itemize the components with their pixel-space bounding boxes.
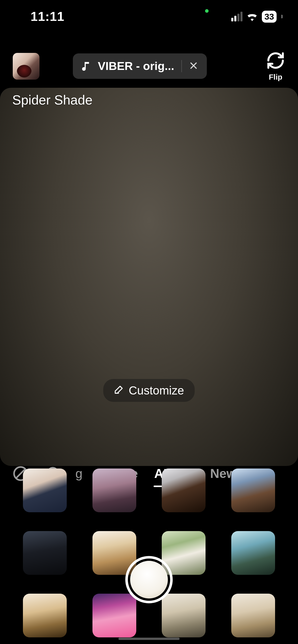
camera-indicator-dot (205, 9, 209, 13)
camera-viewport: Spider Shade Customize (0, 88, 298, 466)
effect-thumb[interactable] (162, 594, 206, 637)
effects-grid (0, 461, 298, 644)
effect-thumb[interactable] (162, 469, 206, 512)
music-divider (181, 60, 182, 72)
effect-thumb[interactable] (92, 594, 136, 637)
status-bar: 11:11 33 (0, 0, 298, 33)
flip-icon (266, 51, 285, 71)
effect-thumb[interactable] (92, 469, 136, 512)
battery-indicator: 33 (262, 11, 277, 23)
music-close-button[interactable] (189, 59, 198, 73)
cellular-signal-icon (231, 12, 242, 21)
music-pill[interactable]: VIBER - orig... (73, 53, 207, 79)
effect-thumb[interactable] (23, 531, 67, 575)
effect-thumb[interactable] (231, 594, 275, 637)
customize-label: Customize (129, 384, 184, 397)
top-bar: VIBER - orig... Flip (0, 52, 298, 80)
effect-thumb[interactable] (231, 469, 275, 512)
flip-label: Flip (269, 73, 282, 81)
music-label: VIBER - orig... (98, 60, 174, 73)
edit-icon (114, 384, 124, 397)
status-time: 11:11 (31, 9, 64, 24)
home-indicator[interactable] (118, 638, 180, 640)
flip-camera-button[interactable]: Flip (266, 51, 285, 81)
shutter-inner (130, 561, 168, 598)
effect-name-label: Spider Shade (12, 92, 92, 108)
status-right: 33 (231, 11, 283, 23)
shutter-button[interactable] (125, 556, 173, 603)
battery-percent: 33 (264, 12, 274, 22)
customize-button[interactable]: Customize (103, 379, 195, 402)
effect-thumb[interactable] (23, 594, 67, 637)
wifi-icon (246, 12, 258, 21)
effect-thumb[interactable] (231, 531, 275, 575)
effect-thumb[interactable] (23, 469, 67, 512)
music-note-icon (82, 61, 91, 72)
effect-avatar-thumbnail[interactable] (13, 53, 39, 80)
battery-cap-icon (281, 15, 283, 18)
